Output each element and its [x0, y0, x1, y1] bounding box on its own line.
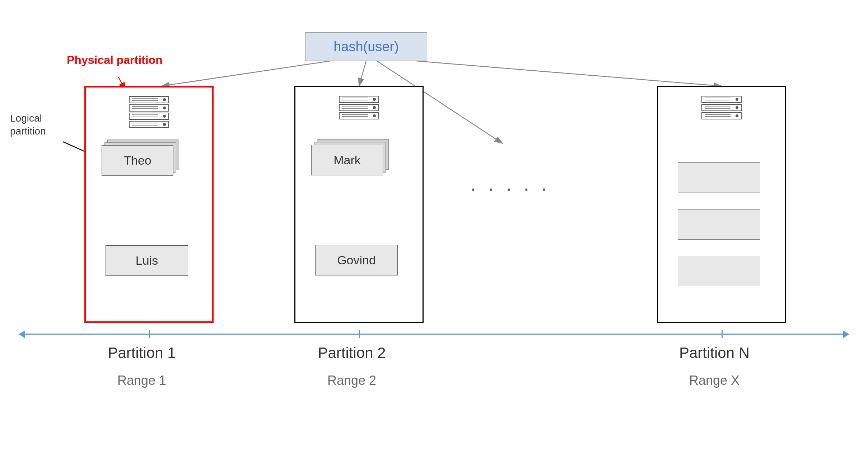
partition-1-container: Theo Luis	[84, 86, 214, 323]
partition-n-container	[657, 86, 786, 323]
doc-stack-p1: Theo	[100, 140, 179, 183]
pn-empty-record-1	[678, 162, 760, 193]
svg-line-2	[359, 61, 366, 86]
range-1-text: Range 1	[117, 373, 166, 388]
svg-rect-25	[339, 104, 379, 111]
logical-partition-text: Logicalpartition	[10, 113, 46, 137]
partition-2-label: Partition 2	[280, 344, 424, 362]
svg-point-41	[736, 114, 738, 117]
range-2-label: Range 2	[280, 373, 424, 388]
svg-rect-11	[129, 121, 169, 128]
partition-1-label-text: Partition 1	[108, 344, 176, 361]
range-x-text: Range X	[689, 373, 739, 388]
range-2-text: Range 2	[327, 373, 376, 388]
tick-2	[359, 330, 360, 338]
server-icon-p2	[336, 94, 382, 130]
doc-stack-p2: Mark	[310, 139, 389, 182]
hash-function-label: hash(user)	[333, 39, 399, 55]
logical-partition-label: Logicalpartition	[10, 112, 46, 138]
partition-1-label: Partition 1	[70, 344, 214, 362]
dots-separator: · · · · ·	[470, 176, 550, 200]
pn-empty-record-2	[678, 209, 760, 240]
govind-label: Govind	[337, 253, 376, 267]
svg-rect-37	[702, 104, 741, 111]
svg-line-4	[416, 61, 722, 86]
partition-2-label-text: Partition 2	[318, 344, 386, 361]
partition-2-container: Mark Govind	[294, 86, 424, 323]
svg-point-13	[163, 107, 166, 109]
svg-point-15	[163, 123, 166, 126]
tick-n	[722, 330, 723, 338]
svg-rect-9	[129, 105, 169, 111]
svg-point-39	[736, 98, 738, 101]
tick-1	[149, 330, 150, 338]
svg-line-1	[162, 61, 330, 86]
svg-rect-10	[129, 113, 169, 119]
physical-partition-label: Physical partition	[67, 53, 163, 67]
svg-point-40	[736, 106, 738, 109]
physical-partition-text: Physical partition	[67, 53, 163, 66]
luis-label: Luis	[136, 254, 158, 268]
doc-front-theo: Theo	[102, 145, 173, 176]
server-icon-pn	[698, 94, 745, 130]
svg-point-29	[373, 114, 376, 117]
govind-record: Govind	[315, 245, 398, 275]
theo-label: Theo	[123, 154, 151, 167]
pn-empty-record-3	[678, 256, 760, 286]
svg-point-28	[373, 106, 376, 109]
luis-record: Luis	[106, 245, 188, 276]
axis-arrow-right	[843, 330, 849, 338]
hash-function-box: hash(user)	[305, 32, 427, 61]
svg-rect-38	[702, 113, 741, 119]
dots-text: · · · · ·	[470, 176, 550, 200]
svg-rect-26	[339, 113, 379, 119]
server-icon-p1	[126, 95, 172, 131]
svg-rect-8	[129, 96, 169, 103]
axis-arrow-left	[19, 330, 25, 338]
svg-point-27	[373, 98, 376, 101]
mark-label: Mark	[333, 153, 361, 167]
svg-rect-36	[702, 96, 741, 103]
partition-n-label: Partition N	[643, 344, 786, 362]
svg-point-12	[163, 98, 166, 101]
range-x-label: Range X	[643, 373, 786, 388]
svg-rect-24	[339, 96, 379, 103]
axis-line	[22, 334, 846, 335]
diagram-container: hash(user) Physical partition Logicalpar…	[0, 0, 868, 472]
range-1-label: Range 1	[70, 373, 214, 388]
svg-point-14	[163, 115, 166, 118]
partition-n-label-text: Partition N	[679, 344, 750, 361]
doc-front-mark: Mark	[311, 145, 383, 175]
